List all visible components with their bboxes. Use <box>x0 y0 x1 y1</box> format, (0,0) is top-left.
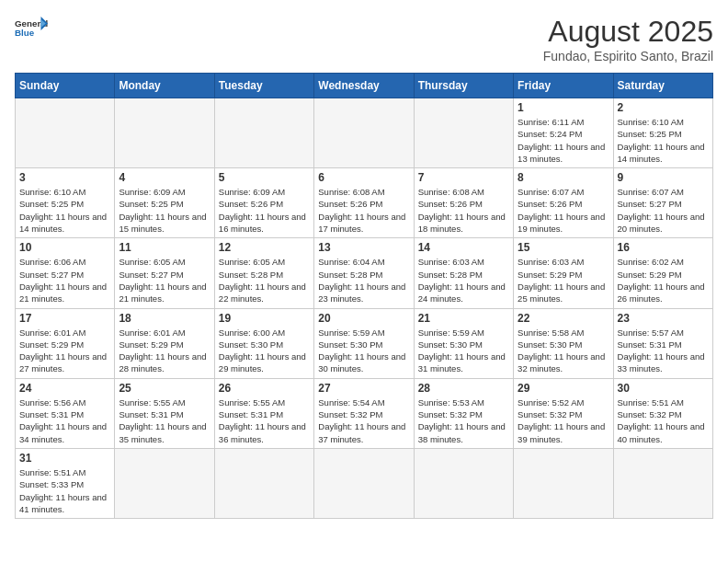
table-row <box>414 98 513 168</box>
day-number: 22 <box>518 312 609 325</box>
header-saturday: Saturday <box>613 74 712 98</box>
table-row <box>115 98 214 168</box>
day-number: 30 <box>618 382 709 395</box>
table-row: 11Sunrise: 6:05 AM Sunset: 5:27 PM Dayli… <box>115 238 214 308</box>
day-number: 23 <box>618 312 709 325</box>
day-info: Sunrise: 5:51 AM Sunset: 5:33 PM Dayligh… <box>19 466 110 515</box>
calendar-row: 24Sunrise: 5:56 AM Sunset: 5:31 PM Dayli… <box>16 378 713 448</box>
day-number: 26 <box>219 382 310 395</box>
day-number: 8 <box>518 171 609 184</box>
table-row: 1Sunrise: 6:11 AM Sunset: 5:24 PM Daylig… <box>514 98 613 168</box>
table-row: 28Sunrise: 5:53 AM Sunset: 5:32 PM Dayli… <box>414 378 513 448</box>
header-friday: Friday <box>514 74 613 98</box>
table-row: 16Sunrise: 6:02 AM Sunset: 5:29 PM Dayli… <box>613 238 712 308</box>
calendar-row: 1Sunrise: 6:11 AM Sunset: 5:24 PM Daylig… <box>16 98 713 168</box>
day-info: Sunrise: 5:54 AM Sunset: 5:32 PM Dayligh… <box>318 396 409 445</box>
table-row: 4Sunrise: 6:09 AM Sunset: 5:25 PM Daylig… <box>115 168 214 238</box>
day-info: Sunrise: 6:08 AM Sunset: 5:26 PM Dayligh… <box>418 186 509 235</box>
day-number: 11 <box>119 241 210 254</box>
day-info: Sunrise: 5:55 AM Sunset: 5:31 PM Dayligh… <box>219 396 310 445</box>
title-area: August 2025 Fundao, Espirito Santo, Braz… <box>543 15 713 63</box>
day-number: 7 <box>418 171 509 184</box>
table-row: 10Sunrise: 6:06 AM Sunset: 5:27 PM Dayli… <box>16 238 115 308</box>
day-info: Sunrise: 6:06 AM Sunset: 5:27 PM Dayligh… <box>19 256 110 304</box>
table-row <box>214 98 313 168</box>
calendar-row: 3Sunrise: 6:10 AM Sunset: 5:25 PM Daylig… <box>16 168 713 238</box>
table-row: 31Sunrise: 5:51 AM Sunset: 5:33 PM Dayli… <box>16 448 115 518</box>
day-info: Sunrise: 5:58 AM Sunset: 5:30 PM Dayligh… <box>518 327 609 375</box>
general-blue-logo-icon: General Blue <box>15 15 48 40</box>
day-info: Sunrise: 5:57 AM Sunset: 5:31 PM Dayligh… <box>618 327 709 375</box>
table-row: 5Sunrise: 6:09 AM Sunset: 5:26 PM Daylig… <box>214 168 313 238</box>
location-subtitle: Fundao, Espirito Santo, Brazil <box>543 49 713 63</box>
table-row: 17Sunrise: 6:01 AM Sunset: 5:29 PM Dayli… <box>16 308 115 378</box>
day-info: Sunrise: 6:08 AM Sunset: 5:26 PM Dayligh… <box>318 186 409 235</box>
day-number: 18 <box>119 312 210 325</box>
day-number: 5 <box>219 171 310 184</box>
logo: General Blue <box>15 15 48 40</box>
day-info: Sunrise: 6:07 AM Sunset: 5:27 PM Dayligh… <box>618 186 709 235</box>
calendar-table: Sunday Monday Tuesday Wednesday Thursday… <box>15 73 713 519</box>
day-number: 9 <box>618 171 709 184</box>
day-number: 16 <box>618 241 709 254</box>
day-number: 21 <box>418 312 509 325</box>
calendar-row: 17Sunrise: 6:01 AM Sunset: 5:29 PM Dayli… <box>16 308 713 378</box>
day-info: Sunrise: 6:09 AM Sunset: 5:26 PM Dayligh… <box>219 186 310 235</box>
day-info: Sunrise: 6:05 AM Sunset: 5:28 PM Dayligh… <box>219 256 310 304</box>
svg-text:Blue: Blue <box>15 28 35 38</box>
day-number: 25 <box>119 382 210 395</box>
table-row: 2Sunrise: 6:10 AM Sunset: 5:25 PM Daylig… <box>613 98 712 168</box>
table-row: 14Sunrise: 6:03 AM Sunset: 5:28 PM Dayli… <box>414 238 513 308</box>
day-number: 24 <box>19 382 110 395</box>
day-number: 27 <box>318 382 409 395</box>
table-row: 20Sunrise: 5:59 AM Sunset: 5:30 PM Dayli… <box>314 308 414 378</box>
day-info: Sunrise: 6:03 AM Sunset: 5:28 PM Dayligh… <box>418 256 509 304</box>
table-row: 29Sunrise: 5:52 AM Sunset: 5:32 PM Dayli… <box>514 378 613 448</box>
day-info: Sunrise: 6:09 AM Sunset: 5:25 PM Dayligh… <box>119 186 210 235</box>
day-info: Sunrise: 6:02 AM Sunset: 5:29 PM Dayligh… <box>618 256 709 304</box>
table-row: 27Sunrise: 5:54 AM Sunset: 5:32 PM Dayli… <box>314 378 414 448</box>
month-title: August 2025 <box>543 15 713 49</box>
calendar-row: 31Sunrise: 5:51 AM Sunset: 5:33 PM Dayli… <box>16 448 713 518</box>
day-info: Sunrise: 6:00 AM Sunset: 5:30 PM Dayligh… <box>219 327 310 375</box>
day-info: Sunrise: 5:51 AM Sunset: 5:32 PM Dayligh… <box>618 396 709 445</box>
day-number: 28 <box>418 382 509 395</box>
day-number: 10 <box>19 241 110 254</box>
day-info: Sunrise: 6:10 AM Sunset: 5:25 PM Dayligh… <box>19 186 110 235</box>
day-info: Sunrise: 5:53 AM Sunset: 5:32 PM Dayligh… <box>418 396 509 445</box>
day-info: Sunrise: 6:03 AM Sunset: 5:29 PM Dayligh… <box>518 256 609 304</box>
header-tuesday: Tuesday <box>214 74 313 98</box>
table-row: 23Sunrise: 5:57 AM Sunset: 5:31 PM Dayli… <box>613 308 712 378</box>
day-number: 12 <box>219 241 310 254</box>
table-row: 18Sunrise: 6:01 AM Sunset: 5:29 PM Dayli… <box>115 308 214 378</box>
table-row: 8Sunrise: 6:07 AM Sunset: 5:26 PM Daylig… <box>514 168 613 238</box>
table-row <box>414 448 513 518</box>
table-row: 24Sunrise: 5:56 AM Sunset: 5:31 PM Dayli… <box>16 378 115 448</box>
table-row: 22Sunrise: 5:58 AM Sunset: 5:30 PM Dayli… <box>514 308 613 378</box>
table-row: 3Sunrise: 6:10 AM Sunset: 5:25 PM Daylig… <box>16 168 115 238</box>
day-number: 20 <box>318 312 409 325</box>
day-info: Sunrise: 5:56 AM Sunset: 5:31 PM Dayligh… <box>19 396 110 445</box>
table-row: 25Sunrise: 5:55 AM Sunset: 5:31 PM Dayli… <box>115 378 214 448</box>
header-thursday: Thursday <box>414 74 513 98</box>
page-header: General Blue August 2025 Fundao, Espirit… <box>15 15 713 63</box>
table-row: 6Sunrise: 6:08 AM Sunset: 5:26 PM Daylig… <box>314 168 414 238</box>
day-info: Sunrise: 6:01 AM Sunset: 5:29 PM Dayligh… <box>119 327 210 375</box>
header-monday: Monday <box>115 74 214 98</box>
table-row <box>613 448 712 518</box>
table-row: 21Sunrise: 5:59 AM Sunset: 5:30 PM Dayli… <box>414 308 513 378</box>
table-row <box>314 448 414 518</box>
table-row <box>16 98 115 168</box>
day-number: 19 <box>219 312 310 325</box>
day-info: Sunrise: 6:07 AM Sunset: 5:26 PM Dayligh… <box>518 186 609 235</box>
day-info: Sunrise: 5:52 AM Sunset: 5:32 PM Dayligh… <box>518 396 609 445</box>
day-info: Sunrise: 6:05 AM Sunset: 5:27 PM Dayligh… <box>119 256 210 304</box>
day-info: Sunrise: 6:11 AM Sunset: 5:24 PM Dayligh… <box>518 116 609 165</box>
table-row: 19Sunrise: 6:00 AM Sunset: 5:30 PM Dayli… <box>214 308 313 378</box>
table-row <box>514 448 613 518</box>
day-number: 3 <box>19 171 110 184</box>
day-info: Sunrise: 5:59 AM Sunset: 5:30 PM Dayligh… <box>418 327 509 375</box>
table-row: 12Sunrise: 6:05 AM Sunset: 5:28 PM Dayli… <box>214 238 313 308</box>
day-number: 13 <box>318 241 409 254</box>
day-number: 2 <box>618 101 709 114</box>
